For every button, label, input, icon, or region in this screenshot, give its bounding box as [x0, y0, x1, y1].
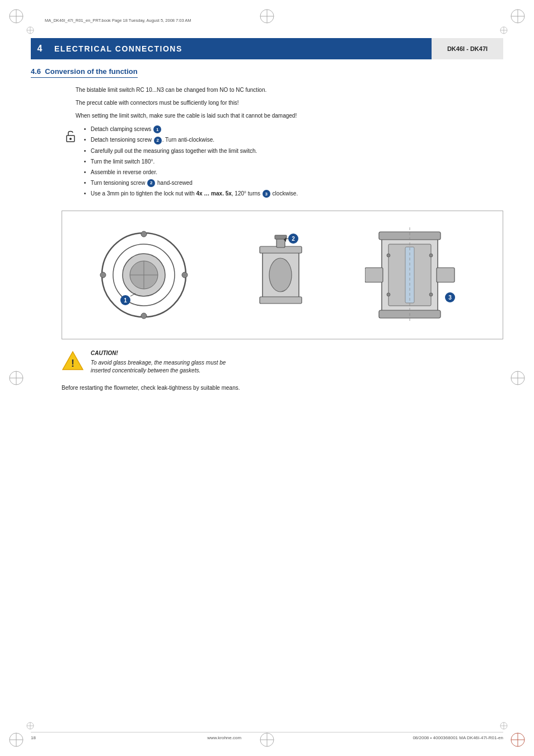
instruction-item-1: Detach clamping screws 1 [84, 125, 503, 133]
section-number: 4.6 [31, 67, 41, 76]
svg-point-74 [429, 293, 433, 296]
svg-rect-65 [365, 268, 383, 282]
svg-text:3: 3 [448, 295, 452, 301]
instruction-item-7: Use a 3mm pin to tighten the lock nut wi… [84, 190, 503, 198]
reg-mark-br [510, 732, 526, 748]
svg-point-37 [69, 138, 72, 140]
caution-body: To avoid glass breakage, the measuring g… [91, 359, 226, 375]
reg-mark-tl [8, 8, 24, 24]
para-1: The bistable limit switch RC 10...N3 can… [76, 86, 503, 94]
header-model: DK46I - DK47I [430, 38, 503, 59]
reg-mark-ml [8, 370, 24, 386]
reg-mark-bl [8, 732, 24, 748]
svg-point-73 [429, 254, 433, 257]
drawing-clamp-front: 1 [91, 222, 197, 328]
header-title: ELECTRICAL CONNECTIONS [49, 38, 430, 59]
circle-num-1a: 1 [153, 125, 161, 133]
svg-line-50 [130, 293, 135, 296]
instruction-item-3: Carefully pull out the measuring glass t… [84, 147, 503, 155]
drawing-item-2: 2 [232, 220, 330, 330]
svg-text:2: 2 [292, 236, 296, 242]
circle-num-3: 3 [263, 190, 270, 198]
svg-point-44 [141, 231, 147, 237]
para-2: The precut cable with connectors must be… [76, 99, 503, 107]
footer-page-num: 18 [31, 735, 36, 740]
drawing-assembly-view: 3 [365, 222, 474, 328]
reg-mark-tr [510, 8, 526, 24]
instruction-item-5: Assemble in reverse order. [84, 169, 503, 176]
warning-triangle-icon: ! [62, 349, 84, 372]
footer-doc-ref: 08/2008 • 4000368001 MA DK46I-47I-R01-en [413, 735, 503, 740]
instruction-item-4: Turn the limit switch 180°. [84, 158, 503, 166]
header-section-num: 4 [31, 38, 49, 59]
detach-icon-area [62, 125, 84, 200]
drawing-side-view: 2 [232, 222, 330, 328]
page-header: 4 ELECTRICAL CONNECTIONS DK46I - DK47I [31, 38, 503, 59]
circle-num-2a: 2 [154, 137, 162, 144]
open-lock-icon [62, 127, 79, 144]
svg-point-71 [387, 254, 390, 257]
svg-text:1: 1 [124, 297, 127, 304]
inner-reg-br [499, 721, 508, 730]
caution-title: CAUTION! [91, 349, 226, 357]
section-title: Conversion of the function [45, 67, 137, 76]
print-info-text: MA_DK46I_47I_R01_en_PRT.book Page 18 Tue… [45, 18, 191, 23]
instruction-item-2: Detach tensioning screw 2. Turn anti-clo… [84, 136, 503, 144]
instruction-list: Detach clamping screws 1 Detach tensioni… [84, 125, 503, 200]
svg-point-47 [182, 272, 188, 278]
inner-reg-bl [26, 721, 35, 730]
svg-rect-56 [275, 235, 287, 239]
caution-box: ! CAUTION! To avoid glass breakage, the … [62, 349, 503, 375]
caution-text-area: CAUTION! To avoid glass breakage, the me… [91, 349, 226, 375]
svg-rect-53 [260, 297, 302, 304]
reg-mark-mr [510, 370, 526, 386]
svg-point-46 [100, 272, 106, 278]
section-heading: 4.6 Conversion of the function [31, 67, 138, 78]
svg-point-54 [269, 258, 292, 292]
final-para: Before restarting the flowmeter, check l… [62, 384, 503, 392]
instruction-area: Detach clamping screws 1 Detach tensioni… [62, 125, 503, 200]
page: MA_DK46I_47I_R01_en_PRT.book Page 18 Tue… [0, 0, 534, 756]
svg-rect-66 [437, 268, 455, 282]
content: 4.6 Conversion of the function The bista… [31, 67, 503, 392]
drawing-area: 1 [62, 211, 503, 339]
drawing-item-1: 1 [91, 220, 197, 330]
svg-point-72 [387, 293, 390, 296]
para-3: When setting the limit switch, make sure… [76, 111, 503, 120]
drawing-item-3: 3 [365, 220, 474, 330]
circle-num-2b: 2 [147, 179, 155, 187]
page-footer: 18 www.krohne.com 08/2008 • 4000368001 M… [31, 732, 503, 740]
instruction-item-6: Turn tensioning screw 2 hand-screwed [84, 179, 503, 187]
print-info-bar: MA_DK46I_47I_R01_en_PRT.book Page 18 Tue… [34, 18, 500, 23]
inner-reg-tl [26, 26, 35, 35]
footer-website: www.krohne.com [207, 735, 241, 740]
inner-reg-tr [499, 26, 508, 35]
svg-point-45 [141, 313, 147, 319]
svg-text:!: ! [71, 358, 74, 369]
